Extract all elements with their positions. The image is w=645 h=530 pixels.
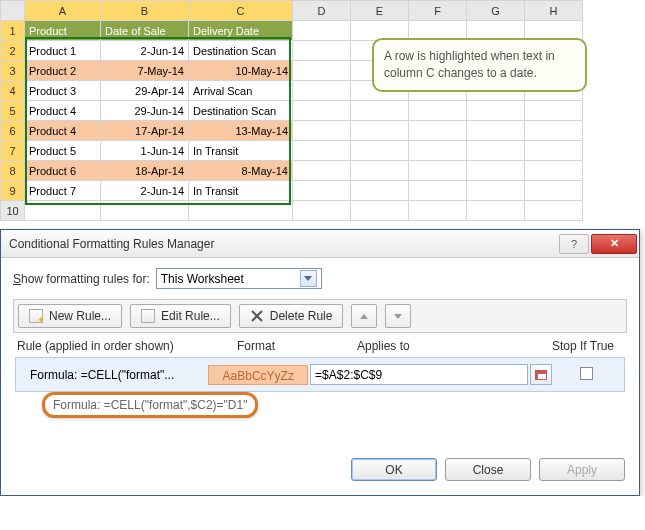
- cell[interactable]: Destination Scan: [189, 101, 293, 121]
- cell[interactable]: Product 1: [25, 41, 101, 61]
- cell[interactable]: [293, 121, 351, 141]
- cell[interactable]: 7-May-14: [101, 61, 189, 81]
- dialog-titlebar[interactable]: Conditional Formatting Rules Manager ? ✕: [1, 230, 639, 258]
- row-header[interactable]: 10: [1, 201, 25, 221]
- col-header-e[interactable]: E: [351, 1, 409, 21]
- cell[interactable]: [293, 21, 351, 41]
- scope-dropdown[interactable]: This Worksheet: [156, 268, 322, 289]
- row-header[interactable]: 9: [1, 181, 25, 201]
- edit-rule-button[interactable]: Edit Rule...: [130, 304, 231, 328]
- row-header[interactable]: 7: [1, 141, 25, 161]
- cell[interactable]: [189, 201, 293, 221]
- cell[interactable]: [525, 121, 583, 141]
- cell[interactable]: 2-Jun-14: [101, 181, 189, 201]
- range-selector-button[interactable]: [530, 364, 552, 385]
- close-button[interactable]: ✕: [591, 234, 637, 254]
- row-header[interactable]: 1: [1, 21, 25, 41]
- cell[interactable]: [409, 121, 467, 141]
- cell[interactable]: [467, 161, 525, 181]
- cell[interactable]: [25, 201, 101, 221]
- cell[interactable]: [293, 181, 351, 201]
- move-down-button[interactable]: [385, 304, 411, 328]
- cell[interactable]: Product 6: [25, 161, 101, 181]
- col-header-d[interactable]: D: [293, 1, 351, 21]
- col-header-b[interactable]: B: [101, 1, 189, 21]
- cell[interactable]: Product 4: [25, 121, 101, 141]
- cell[interactable]: [293, 201, 351, 221]
- cell[interactable]: Product 5: [25, 141, 101, 161]
- col-header-g[interactable]: G: [467, 1, 525, 21]
- cell[interactable]: 2-Jun-14: [101, 41, 189, 61]
- cell[interactable]: [467, 181, 525, 201]
- cell[interactable]: 10-May-14: [189, 61, 293, 81]
- cell[interactable]: Arrival Scan: [189, 81, 293, 101]
- cell[interactable]: [525, 101, 583, 121]
- cell[interactable]: [293, 141, 351, 161]
- cell[interactable]: Product 4: [25, 101, 101, 121]
- cell[interactable]: In Transit: [189, 141, 293, 161]
- cell[interactable]: [351, 121, 409, 141]
- new-rule-button[interactable]: New Rule...: [18, 304, 122, 328]
- cell[interactable]: 13-May-14: [189, 121, 293, 141]
- cell[interactable]: [351, 181, 409, 201]
- cell[interactable]: [351, 201, 409, 221]
- cell[interactable]: Destination Scan: [189, 41, 293, 61]
- row-header[interactable]: 3: [1, 61, 25, 81]
- cell[interactable]: [293, 161, 351, 181]
- cell[interactable]: Product 2: [25, 61, 101, 81]
- cell[interactable]: Product 3: [25, 81, 101, 101]
- col-header-c[interactable]: C: [189, 1, 293, 21]
- row-header[interactable]: 4: [1, 81, 25, 101]
- cell[interactable]: [525, 141, 583, 161]
- cell[interactable]: [293, 101, 351, 121]
- cell[interactable]: [293, 41, 351, 61]
- cell[interactable]: 8-May-14: [189, 161, 293, 181]
- move-up-button[interactable]: [351, 304, 377, 328]
- ok-button[interactable]: OK: [351, 458, 437, 481]
- col-header-a[interactable]: A: [25, 1, 101, 21]
- delete-rule-button[interactable]: Delete Rule: [239, 304, 344, 328]
- cell[interactable]: Product 7: [25, 181, 101, 201]
- cell[interactable]: [351, 161, 409, 181]
- close-dialog-button[interactable]: Close: [445, 458, 531, 481]
- apply-button[interactable]: Apply: [539, 458, 625, 481]
- cell[interactable]: [467, 201, 525, 221]
- cell[interactable]: [467, 121, 525, 141]
- cell[interactable]: [467, 101, 525, 121]
- cell[interactable]: Product: [25, 21, 101, 41]
- row-header[interactable]: 2: [1, 41, 25, 61]
- cell[interactable]: 29-Jun-14: [101, 101, 189, 121]
- cell[interactable]: [525, 181, 583, 201]
- cell[interactable]: [293, 61, 351, 81]
- cell[interactable]: [101, 201, 189, 221]
- col-header-f[interactable]: F: [409, 1, 467, 21]
- rule-row[interactable]: Formula: =CELL("format"... AaBbCcYyZz: [15, 357, 625, 392]
- cell[interactable]: [525, 201, 583, 221]
- cell[interactable]: [351, 141, 409, 161]
- col-header-h[interactable]: H: [525, 1, 583, 21]
- cell[interactable]: 29-Apr-14: [101, 81, 189, 101]
- cell[interactable]: Delivery Date: [189, 21, 293, 41]
- cell[interactable]: [409, 141, 467, 161]
- cell[interactable]: 17-Apr-14: [101, 121, 189, 141]
- row-header[interactable]: 6: [1, 121, 25, 141]
- cell[interactable]: [467, 141, 525, 161]
- select-all-corner[interactable]: [1, 1, 25, 21]
- cell[interactable]: [409, 201, 467, 221]
- stop-if-true-checkbox[interactable]: [580, 367, 593, 380]
- cell[interactable]: Date of Sale: [101, 21, 189, 41]
- row-header[interactable]: 5: [1, 101, 25, 121]
- cell[interactable]: [351, 101, 409, 121]
- row-header[interactable]: 8: [1, 161, 25, 181]
- spreadsheet-grid[interactable]: A B C D E F G H 1 Product Date of Sale D…: [0, 0, 583, 221]
- cell[interactable]: [409, 181, 467, 201]
- cell[interactable]: [409, 101, 467, 121]
- cell[interactable]: [409, 161, 467, 181]
- cell[interactable]: [525, 161, 583, 181]
- cell[interactable]: In Transit: [189, 181, 293, 201]
- applies-to-input[interactable]: [310, 364, 528, 385]
- cell[interactable]: [293, 81, 351, 101]
- cell[interactable]: 18-Apr-14: [101, 161, 189, 181]
- help-button[interactable]: ?: [559, 234, 589, 254]
- cell[interactable]: 1-Jun-14: [101, 141, 189, 161]
